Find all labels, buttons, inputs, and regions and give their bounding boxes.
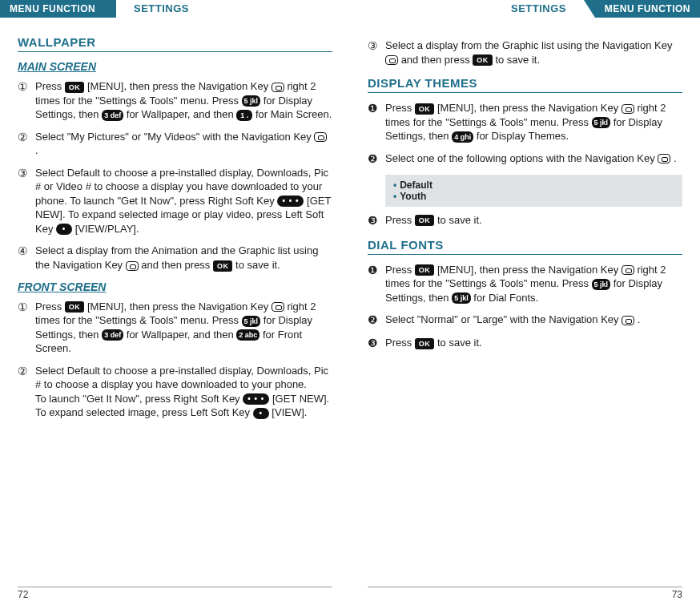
text-fragment: Select a display from the Graphic list u… xyxy=(385,39,672,51)
two-key-icon: 2 abc xyxy=(236,329,259,341)
ok-key-icon: OK xyxy=(415,215,435,226)
text-fragment: To launch "Get It Now", press Right Soft… xyxy=(35,393,243,405)
text-fragment: to save it. xyxy=(495,54,540,66)
text-fragment: Select Default to choose a pre-installed… xyxy=(35,365,328,391)
dial-fonts-heading: DIAL FONTS xyxy=(368,238,682,255)
menu-function-tab-left: MENU FUNCTION xyxy=(0,0,116,18)
display-themes-steps: ❶ Press OK [MENU], then press the Naviga… xyxy=(368,101,682,167)
list-item: ① Press OK [MENU], then press the Naviga… xyxy=(18,300,332,356)
navigation-key-icon xyxy=(622,104,634,114)
text-fragment: to save it. xyxy=(437,337,482,349)
section-label-left: SETTINGS xyxy=(134,2,189,14)
five-key-icon: 5 jkl xyxy=(242,95,261,107)
step-number-icon: ③ xyxy=(368,38,385,67)
text-fragment: [MENU], then press the Navigation Key xyxy=(87,80,272,92)
step-number-icon: ② xyxy=(18,364,35,420)
navigation-key-icon xyxy=(622,265,634,275)
list-item: ❸ Press OK to save it. xyxy=(368,336,682,351)
four-key-icon: 4 ghi xyxy=(452,131,473,143)
list-item: ② Select "My Pictures" or "My Videos" wi… xyxy=(18,130,332,158)
main-screen-heading: MAIN SCREEN xyxy=(18,60,332,73)
soft-key-dots-icon: • • • xyxy=(243,393,269,405)
ok-key-icon: OK xyxy=(65,82,85,93)
text-fragment: . xyxy=(638,313,641,325)
step-number-icon: ② xyxy=(18,130,35,158)
navigation-key-icon xyxy=(314,132,327,142)
list-item: ❶ Press OK [MENU], then press the Naviga… xyxy=(368,263,682,305)
text-fragment: Select "My Pictures" or "My Videos" with… xyxy=(35,131,314,143)
text-fragment: [VIEW]. xyxy=(272,406,307,418)
text-fragment: and then press xyxy=(401,54,473,66)
text-fragment: Press xyxy=(385,214,415,226)
navigation-key-icon xyxy=(658,154,670,163)
five-key-icon: 5 jkl xyxy=(452,292,471,304)
list-item: ❸ Press OK to save it. xyxy=(368,213,682,228)
three-key-icon: 3 def xyxy=(102,110,123,121)
soft-key-dots-icon: • • • xyxy=(277,196,304,207)
list-item: ② Select Default to choose a pre-install… xyxy=(18,364,332,420)
step-number-icon: ④ xyxy=(18,244,35,272)
text-fragment: Press xyxy=(35,80,65,92)
bullet-icon: • xyxy=(393,191,396,202)
footer-rule xyxy=(368,587,682,587)
step-number-icon: ❷ xyxy=(368,151,385,167)
text-fragment: for Display Themes. xyxy=(477,130,569,142)
wallpaper-heading: WALLPAPER xyxy=(18,35,332,52)
front-screen-steps: ① Press OK [MENU], then press the Naviga… xyxy=(18,300,332,420)
page-72: MENU FUNCTION SETTINGS WALLPAPER MAIN SC… xyxy=(0,0,350,605)
section-label-right: SETTINGS xyxy=(511,2,566,14)
navigation-key-icon xyxy=(622,316,634,325)
ok-key-icon: OK xyxy=(415,338,435,349)
text-fragment: [MENU], then press the Navigation Key xyxy=(87,300,272,313)
ok-key-icon: OK xyxy=(415,264,435,276)
step-number-icon: ❸ xyxy=(368,213,385,228)
navigation-key-icon xyxy=(272,83,284,92)
text-fragment: Select one of the following options with… xyxy=(385,152,658,164)
text-fragment: Press xyxy=(35,300,65,313)
text-fragment: [MENU], then press the Navigation Key xyxy=(437,264,622,276)
step-number-icon: ③ xyxy=(18,166,35,236)
display-themes-heading: DISPLAY THEMES xyxy=(368,76,682,93)
text-fragment: Press xyxy=(385,102,415,114)
step-number-icon: ❶ xyxy=(368,263,385,305)
ok-key-icon: OK xyxy=(415,103,435,115)
text-fragment: for Wallpaper, and then xyxy=(127,108,237,120)
text-fragment: . xyxy=(35,144,38,156)
text-fragment: Select "Normal" or "Large" with the Navi… xyxy=(385,313,622,325)
navigation-key-icon xyxy=(385,55,398,65)
menu-function-tab-right: MENU FUNCTION xyxy=(595,0,700,18)
text-fragment: for Main Screen. xyxy=(255,108,332,120)
bullet-icon: • xyxy=(393,179,396,191)
main-screen-steps: ① Press OK [MENU], then press the Naviga… xyxy=(18,79,332,272)
list-item: ❶ Press OK [MENU], then press the Naviga… xyxy=(368,101,682,143)
navigation-key-icon xyxy=(272,302,284,312)
text-fragment: [VIEW/PLAY]. xyxy=(75,223,139,235)
footer-rule xyxy=(18,587,332,587)
step-number-icon: ❶ xyxy=(368,101,385,143)
header-right: SETTINGS MENU FUNCTION xyxy=(368,0,682,19)
text-fragment: . xyxy=(674,152,677,164)
soft-key-dot-icon: • xyxy=(56,224,72,235)
option-youth: Youth xyxy=(400,191,426,202)
step-number-icon: ① xyxy=(18,79,35,122)
five-key-icon: 5 jkl xyxy=(242,316,261,327)
text-fragment: to save it. xyxy=(235,259,280,271)
ok-key-icon: OK xyxy=(213,260,233,272)
option-default: Default xyxy=(400,179,432,191)
three-key-icon: 3 def xyxy=(102,329,123,341)
dial-fonts-steps: ❶ Press OK [MENU], then press the Naviga… xyxy=(368,263,682,351)
text-fragment: Press xyxy=(385,264,415,276)
list-item: ① Press OK [MENU], then press the Naviga… xyxy=(18,79,332,122)
ok-key-icon: OK xyxy=(65,301,85,313)
text-fragment: and then press xyxy=(141,259,213,271)
five-key-icon: 5 jkl xyxy=(592,117,611,128)
step-number-icon: ❸ xyxy=(368,336,385,351)
step-number-icon: ① xyxy=(18,300,35,356)
five-key-icon: 5 jkl xyxy=(592,279,611,290)
display-themes-steps-2: ❸ Press OK to save it. xyxy=(368,213,682,228)
header-left: MENU FUNCTION SETTINGS xyxy=(18,0,332,19)
soft-key-dot-icon: • xyxy=(253,408,269,419)
text-fragment: for Wallpaper, and then xyxy=(127,329,237,341)
list-item: ④ Select a display from the Animation an… xyxy=(18,244,332,272)
text-fragment: to save it. xyxy=(437,214,482,226)
